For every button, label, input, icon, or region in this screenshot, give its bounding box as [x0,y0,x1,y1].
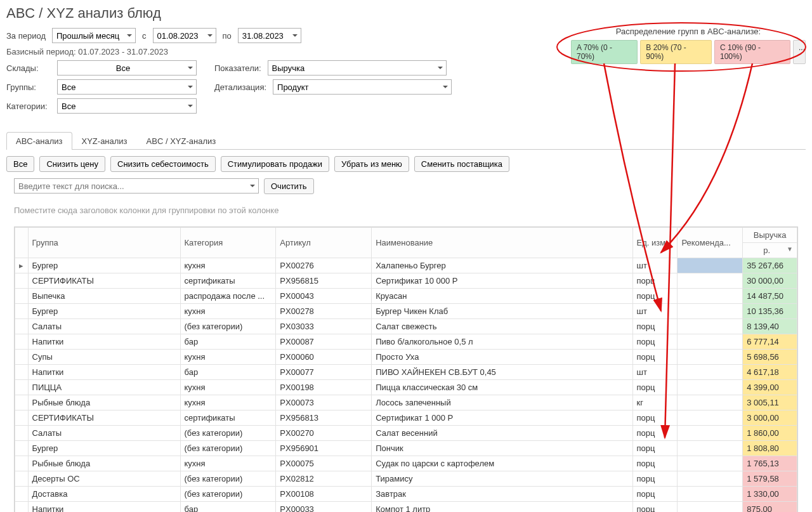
table-row[interactable]: СупыкухняPX00060Просто Ухапорц5 698,56 [15,350,797,365]
cell-revenue: 4 617,18 [743,365,797,380]
row-pointer [15,319,29,334]
cell-reco[interactable] [678,487,743,502]
categories-label: Категории: [6,102,51,111]
data-grid[interactable]: Группа Категория Артикул Наименование Ед… [14,226,798,512]
cell-article: PX00033 [276,502,372,513]
action-сменить-поставщика[interactable]: Сменить поставщика [414,156,509,172]
cell-reco[interactable] [678,334,743,350]
table-row[interactable]: НапиткибарPX00077ПИВО ХАЙНЕКЕН СВ.БУТ 0,… [15,365,797,380]
groups-select[interactable]: Все [57,79,197,95]
cell-revenue: 8 139,40 [743,319,797,334]
abc-badge-c[interactable]: C 10% (90 - 100%) [714,40,790,64]
cell-article: PX00198 [276,380,372,395]
row-pointer [15,304,29,319]
table-row[interactable]: Рыбные блюдакухняPX00075Судак по царски … [15,456,797,471]
cell-reco[interactable] [678,456,743,471]
cell-unit: порц [632,426,678,441]
col-revenue[interactable]: р.▼ [743,243,797,258]
period-select[interactable]: Прошлый месяц [52,28,136,43]
cell-name: Пончик [372,441,632,456]
col-group[interactable]: Группа [28,228,180,258]
cell-unit: порц [632,350,678,365]
indicators-select[interactable]: Выручка [268,60,447,75]
date-to-input[interactable] [238,28,301,43]
cell-group: Салаты [28,319,180,334]
tab-xyz-анализ[interactable]: XYZ-анализ [72,132,137,150]
cell-reco[interactable] [678,258,743,273]
row-pointer [15,410,29,426]
table-row[interactable]: СЕРТИФИКАТЫсертификатыPX956813Сертификат… [15,410,797,426]
table-row[interactable]: БургеркухняPX00278Бургер Чикен Клабшт10 … [15,304,797,319]
date-from-input[interactable] [153,28,216,43]
table-row[interactable]: НапиткибарPX00087Пиво б/алкогольное 0,5 … [15,334,797,350]
cell-reco[interactable] [678,380,743,395]
cell-name: Пицца классическая 30 см [372,380,632,395]
cell-reco[interactable] [678,471,743,487]
table-row[interactable]: СЕРТИФИКАТЫсертификатыPX956815Сертификат… [15,273,797,289]
cell-name: Просто Уха [372,350,632,365]
cell-category: бар [180,334,276,350]
cell-revenue: 1 579,58 [743,471,797,487]
clear-button[interactable]: Очистить [264,178,314,194]
tab-abc-xyz-анализ[interactable]: ABC / XYZ-анализ [137,132,226,150]
row-pointer [15,502,29,513]
cell-unit: порц [632,410,678,426]
detail-select[interactable]: Продукт [273,79,452,95]
cell-group: Десерты ОС [28,471,180,487]
col-revenue-super[interactable]: Выручка [743,228,797,243]
cell-reco[interactable] [678,350,743,365]
action-снизить-себестоимость[interactable]: Снизить себестоимость [110,156,216,172]
action-стимулировать-продажи[interactable]: Стимулировать продажи [221,156,329,172]
cell-category: (без категории) [180,319,276,334]
col-name[interactable]: Наименование [372,228,632,258]
cell-article: PX03033 [276,319,372,334]
stores-select[interactable]: Все [57,60,197,75]
cell-reco[interactable] [678,410,743,426]
cell-reco[interactable] [678,395,743,410]
cell-category: (без категории) [180,487,276,502]
cell-revenue: 875,00 [743,502,797,513]
cell-article: PX00060 [276,350,372,365]
cell-reco[interactable] [678,426,743,441]
table-row[interactable]: ПИЦЦАкухняPX00198Пицца классическая 30 с… [15,380,797,395]
cell-revenue: 4 399,00 [743,380,797,395]
cell-reco[interactable] [678,365,743,380]
col-unit[interactable]: Ед. изм. [632,228,678,258]
table-row[interactable]: Выпечкараспродажа после ...PX00043Круаса… [15,289,797,304]
table-row[interactable]: НапиткибарPX00033Компот 1 литрпорц875,00 [15,502,797,513]
tab-abc-анализ[interactable]: ABC-анализ [6,132,72,150]
action-убрать-из-меню[interactable]: Убрать из меню [334,156,409,172]
abc-badge-b[interactable]: B 20% (70 - 90%) [640,40,712,64]
groups-label: Группы: [6,82,51,92]
cell-reco[interactable] [678,289,743,304]
action-все[interactable]: Все [6,156,34,172]
cell-reco[interactable] [678,304,743,319]
table-row[interactable]: Доставка(без категории)PX00108Завтракпор… [15,487,797,502]
cell-reco[interactable] [678,319,743,334]
col-reco[interactable]: Рекоменда... [678,228,743,258]
cell-group: Бургер [28,441,180,456]
table-row[interactable]: Бургер(без категории)PX956901Пончикпорц1… [15,441,797,456]
abc-badge-more[interactable]: ... [793,40,806,64]
cell-group: Бургер [28,258,180,273]
cell-name: Завтрак [372,487,632,502]
col-category[interactable]: Категория [180,228,276,258]
cell-category: кухня [180,456,276,471]
row-pointer [15,426,29,441]
cell-reco[interactable] [678,441,743,456]
table-row[interactable]: Десерты ОС(без категории)PX02812Тирамису… [15,471,797,487]
cell-category: бар [180,502,276,513]
action-снизить-цену[interactable]: Снизить цену [39,156,105,172]
cell-reco[interactable] [678,502,743,513]
abc-badge-a[interactable]: A 70% (0 - 70%) [571,40,638,64]
table-row[interactable]: ▸БургеркухняPX00276Халапеньо Бургершт35 … [15,258,797,273]
table-row[interactable]: Рыбные блюдакухняPX00073Лосось запеченны… [15,395,797,410]
cell-name: ПИВО ХАЙНЕКЕН СВ.БУТ 0,45 [372,365,632,380]
col-article[interactable]: Артикул [276,228,372,258]
table-row[interactable]: Салаты(без категории)PX00270Салат весенн… [15,426,797,441]
categories-select[interactable]: Все [57,98,197,114]
search-input[interactable] [14,178,259,194]
cell-article: PX00087 [276,334,372,350]
table-row[interactable]: Салаты(без категории)PX03033Салат свежес… [15,319,797,334]
cell-reco[interactable] [678,273,743,289]
